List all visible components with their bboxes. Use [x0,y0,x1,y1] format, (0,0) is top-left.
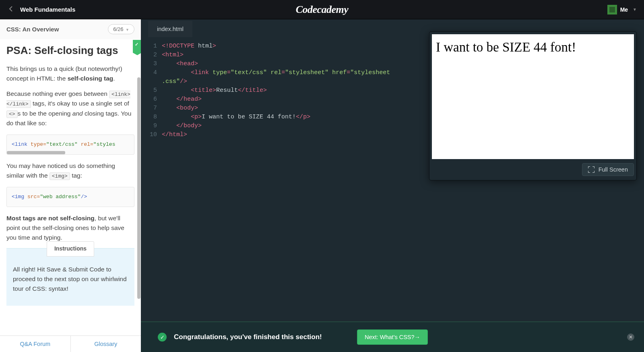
instructions-tab: Instructions [47,241,94,257]
lesson-title: PSA: Self-closing tags ✓ [6,42,134,58]
preview-panel: I want to be SIZE 44 font! Full Screen [429,31,637,180]
back-arrow-icon[interactable] [7,5,15,14]
bottom-tabs: Q&A Forum Glossary [0,335,141,352]
inline-code: <> [6,110,18,118]
lesson-paragraph: Because nothing ever goes between <link>… [6,89,134,128]
code-example: <link type="text/css" rel="styles [6,135,134,155]
qa-forum-tab[interactable]: Q&A Forum [0,336,70,352]
top-bar: Web Fundamentals Codecademy Me ▼ [0,0,644,19]
fullscreen-button[interactable]: Full Screen [582,163,634,176]
code-scrollbar[interactable] [7,151,65,154]
lesson-progress-dropdown[interactable]: 6/26 ▼ [108,24,134,34]
preview-frame: I want to be SIZE 44 font! [432,34,634,159]
preview-text: I want to be SIZE 44 font! [436,41,630,54]
glossary-tab[interactable]: Glossary [70,336,141,352]
scrollbar-thumb[interactable] [137,77,140,299]
completed-ribbon-icon: ✓ [133,40,141,53]
lesson-panel: CSS: An Overview 6/26 ▼ PSA: Self-closin… [0,19,141,352]
logo[interactable]: Codecademy [296,4,349,15]
lesson-paragraph: This brings us to a quick (but noteworth… [6,64,134,83]
close-icon[interactable]: ✕ [627,333,634,341]
lesson-paragraph: Most tags are not self-closing, but we'l… [6,213,134,242]
editor-file-tab[interactable]: index.html [148,21,192,37]
lesson-paragraph: You may have noticed us do something sim… [6,161,134,180]
lesson-name[interactable]: CSS: An Overview [6,26,59,33]
check-circle-icon: ✓ [158,333,167,342]
me-label: Me [620,6,628,13]
instructions-box: Instructions All right! Hit Save & Submi… [6,248,134,306]
success-banner: ✓ Congratulations, you've finished this … [141,321,644,352]
instructions-text: All right! Hit Save & Submit Code to pro… [13,265,128,294]
user-menu[interactable]: Me ▼ [427,5,637,14]
line-gutter: 1 2 3 4 5 6 7 8 9 10 [141,42,162,352]
fullscreen-icon [588,166,594,173]
course-title[interactable]: Web Fundamentals [20,6,75,13]
avatar [607,5,617,14]
editor-area: index.html 1 2 3 4 5 6 7 8 9 10 <!DOCTYP… [141,19,644,352]
next-button[interactable]: Next: What's CSS?→ [357,329,428,345]
code-example: <img src="web address"/> [6,187,134,207]
chevron-down-icon: ▼ [633,7,637,12]
inline-code: <img> [50,172,70,180]
